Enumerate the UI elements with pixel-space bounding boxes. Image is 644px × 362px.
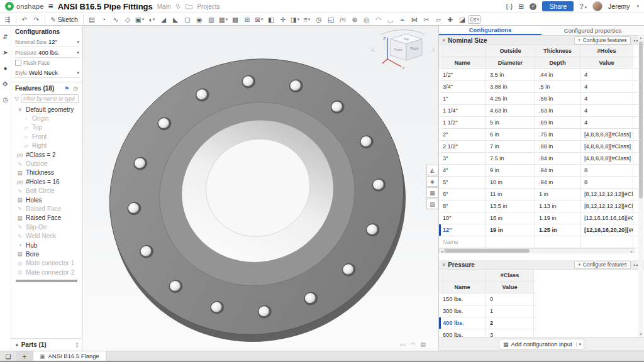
config-input-pressure[interactable]: Pressure400 lbs.▾: [11, 47, 82, 57]
table-cell[interactable]: 4: [580, 105, 633, 116]
feature-item-weld-neck[interactable]: ✎Weld Neck: [11, 231, 82, 240]
featurescript-icon[interactable]: ⚙: [3, 80, 8, 87]
config-table-row[interactable]: 10"16 in1.19 in[12,16,16,16,16][#Class]: [439, 212, 644, 224]
feature-item-slip-on[interactable]: ✎Slip-On: [11, 222, 82, 231]
flush-face-checkbox[interactable]: [15, 60, 21, 66]
parts-section[interactable]: ∨ Parts (1) ▴▾: [11, 338, 82, 351]
table-cell[interactable]: .94 in: [535, 153, 580, 164]
chevron-down-icon[interactable]: ∨: [442, 38, 445, 43]
table-cell[interactable]: [486, 236, 535, 248]
thicken-caret-icon[interactable]: ▾: [142, 17, 145, 22]
custom-features-caret-icon[interactable]: ▾: [477, 17, 479, 22]
featurescript-notices-icon[interactable]: {·}: [506, 3, 513, 10]
scroll-right-icon[interactable]: ▸: [630, 249, 634, 253]
config-table-row[interactable]: 3/4"3.88 in.5 in4: [439, 81, 644, 93]
table-cell[interactable]: 7 in: [486, 141, 535, 152]
table-cell[interactable]: 1.25 in: [535, 224, 580, 236]
shell-tool[interactable]: ▢: [182, 14, 193, 25]
app-store-icon[interactable]: ⊞: [518, 3, 524, 11]
table-cell[interactable]: 1.13 in: [535, 200, 580, 212]
hole-tool[interactable]: ◉: [194, 14, 205, 25]
scroll-down-icon[interactable]: ▼: [638, 332, 643, 336]
table-cell[interactable]: 1 1/4": [439, 105, 486, 116]
config-table-row[interactable]: 6"11 in1 in[8,12,12,12,12][#Class]: [439, 189, 644, 200]
folder-icon[interactable]: ⚑: [64, 85, 69, 92]
feature-item-raised-face[interactable]: ✎Raised Face: [11, 204, 82, 213]
table-cell[interactable]: 1": [439, 93, 486, 104]
user-avatar[interactable]: [592, 1, 602, 11]
linear-pattern-tool[interactable]: ▦▾: [218, 14, 229, 25]
feature-item-bolt-circle[interactable]: ✎Bolt Circle: [11, 187, 82, 195]
add-configuration-input-button[interactable]: ▦ Add configuration input ▾: [499, 339, 584, 349]
split-tool[interactable]: ◧: [265, 14, 277, 25]
chevron-down-icon[interactable]: ▾: [77, 50, 79, 55]
table-cell[interactable]: [4,8,8,8,8][#Class]: [580, 141, 633, 152]
tab-manager-icon[interactable]: ❏: [0, 353, 16, 360]
chamfer-tool[interactable]: ◢: [158, 14, 169, 25]
table-cell[interactable]: 3.88 in: [486, 81, 535, 92]
history-icon[interactable]: ◷: [3, 96, 8, 103]
config-table-row[interactable]: 300 lbs.1: [439, 305, 535, 317]
table-cell[interactable]: 19 in: [486, 224, 535, 236]
fillet-caret-icon[interactable]: ▾: [153, 17, 155, 22]
config-table-row[interactable]: 1/2"3.5 in.44 in4: [439, 69, 644, 81]
config-table-row[interactable]: 4"9 in.94 in8: [439, 165, 644, 177]
feature-item-holes[interactable]: ▤Holes: [11, 195, 82, 204]
comments-icon[interactable]: ●: [3, 65, 7, 72]
config-table-row[interactable]: 2"6 in.75 in[4,8,8,8,8][#Class]: [439, 129, 644, 141]
feature-item-origin[interactable]: ◦Origin: [11, 114, 82, 123]
feature-item-right[interactable]: ▱Right: [11, 141, 82, 150]
config-table-row[interactable]: 8"13.5 in1.13 in[8,12,12,12,12][#Class]: [439, 200, 644, 212]
onshape-logo[interactable]: onshape: [5, 2, 44, 11]
table-horizontal-scrollbar[interactable]: ◂ ▸: [439, 248, 635, 253]
table-cell[interactable]: .69 in: [535, 117, 580, 128]
table-cell[interactable]: 8": [439, 200, 486, 212]
feature-item-raised-face[interactable]: ▤Raised Face: [11, 214, 82, 222]
scroll-left-icon[interactable]: ◂: [440, 249, 444, 253]
chevron-down-icon[interactable]: ∨: [442, 262, 445, 267]
features-filter-input[interactable]: [21, 94, 79, 103]
new-row-placeholder[interactable]: Name: [439, 236, 486, 248]
table-cell[interactable]: 10": [439, 212, 486, 224]
mirror-tool[interactable]: ⊞: [242, 14, 253, 25]
chevron-down-icon[interactable]: ▾: [77, 70, 79, 75]
add-input-dropdown-caret-icon[interactable]: ▾: [576, 342, 584, 347]
scrollbar-thumb[interactable]: [639, 41, 643, 199]
table-cell[interactable]: 5 in: [486, 117, 535, 128]
table-cell[interactable]: 6": [439, 189, 486, 200]
table-cell[interactable]: 16 in: [486, 212, 535, 224]
config-table-row[interactable]: 150 lbs.0: [439, 293, 535, 305]
sketch-button[interactable]: ✎ Sketch: [48, 16, 80, 23]
panel-scroll-arrows[interactable]: ▴▾: [76, 342, 78, 348]
table-cell[interactable]: 4: [580, 69, 633, 80]
view-orientation-button[interactable]: ◈: [426, 176, 438, 187]
view-cube[interactable]: Z x Top Front Right: [369, 29, 438, 74]
table-cell[interactable]: 10 in: [486, 177, 535, 188]
table-cell[interactable]: 2 1/2": [439, 141, 486, 152]
projects-label[interactable]: Projects: [197, 3, 219, 10]
named-views-caret-icon[interactable]: ▾: [308, 17, 311, 22]
table-cell[interactable]: 11 in: [486, 189, 535, 200]
table-cell[interactable]: [4,8,8,8,8][#Class]: [580, 129, 633, 140]
feature-item-bore[interactable]: ▤Bore: [11, 250, 82, 258]
table-cell[interactable]: [580, 236, 633, 248]
table-cell[interactable]: 1 1/2": [439, 117, 486, 128]
intersection-curve-tool[interactable]: ⋈: [409, 14, 420, 25]
table-cell[interactable]: 12": [439, 224, 486, 236]
configure-features-button[interactable]: + Configure features: [574, 261, 631, 269]
table-cell[interactable]: 4: [580, 93, 633, 104]
import-tool[interactable]: ◱: [325, 14, 336, 25]
boolean-tool[interactable]: ⊠▾: [253, 14, 265, 25]
feature-item-mate-connector-2[interactable]: ◎Mate connector 2: [11, 268, 82, 277]
share-button[interactable]: Share: [542, 1, 574, 11]
config-table-row[interactable]: 1 1/4"4.63 in.63 in4: [439, 105, 644, 117]
loft-tool[interactable]: ◇: [122, 14, 133, 25]
zoom-to-fit-button[interactable]: ◭: [426, 165, 438, 175]
table-cell[interactable]: 5": [439, 177, 486, 188]
table-cell[interactable]: [12,16,16,20,20][#Class]: [580, 224, 633, 236]
table-cell[interactable]: .75 in: [535, 129, 580, 140]
table-cell[interactable]: .94 in: [535, 165, 580, 176]
tab-configured-properties[interactable]: Configured properties: [541, 26, 644, 35]
transform-tool[interactable]: ✛: [277, 14, 289, 25]
table-cell[interactable]: 2: [486, 317, 534, 329]
